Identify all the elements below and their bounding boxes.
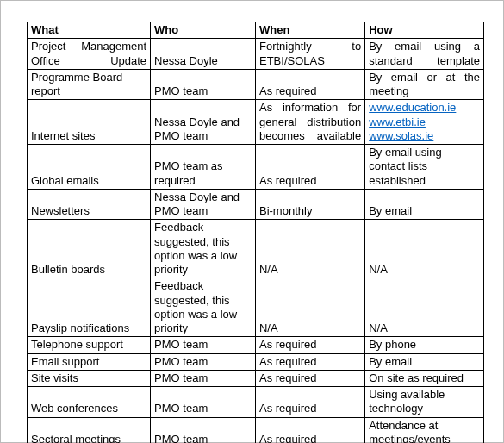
header-what: What xyxy=(28,22,151,39)
table-row: Project Management Office Update Nessa D… xyxy=(28,39,484,70)
header-how: How xyxy=(365,22,484,39)
cell-how: By email or at the meeting xyxy=(365,69,484,100)
cell-when: As required xyxy=(255,145,364,190)
cell-when: As required xyxy=(255,417,364,443)
cell-who: Feedback suggested, this option was a lo… xyxy=(151,278,256,337)
header-when: When xyxy=(255,22,364,39)
cell-who: Nessa Doyle and PMO team xyxy=(151,100,256,145)
header-who: Who xyxy=(151,22,256,39)
cell-how: Using available technology xyxy=(365,387,484,418)
cell-who: PMO team xyxy=(151,387,256,418)
cell-what: Internet sites xyxy=(28,100,151,145)
table-row: Internet sites Nessa Doyle and PMO team … xyxy=(28,100,484,145)
cell-when: As required xyxy=(255,370,364,386)
table-row: Sectoral meetings PMO team As required A… xyxy=(28,417,484,443)
cell-who: PMO team as required xyxy=(151,145,256,190)
cell-what: Programme Board report xyxy=(28,69,151,100)
cell-when: As required xyxy=(255,337,364,353)
cell-who: Feedback suggested, this option was a lo… xyxy=(151,220,256,278)
cell-what: Web conferences xyxy=(28,387,151,418)
cell-what: Global emails xyxy=(28,145,151,190)
cell-how: Attendance at meetings/events xyxy=(365,417,484,443)
cell-when: As required xyxy=(255,69,364,100)
link[interactable]: www.solas.ie xyxy=(369,129,433,142)
table-row: Global emails PMO team as required As re… xyxy=(28,145,484,190)
cell-how: On site as required xyxy=(365,370,484,386)
cell-who: PMO team xyxy=(151,69,256,100)
table-row: Bulletin boards Feedback suggested, this… xyxy=(28,220,484,278)
document-page: What Who When How Project Management Off… xyxy=(0,0,504,443)
table-row: Site visits PMO team As required On site… xyxy=(28,370,484,386)
cell-what: Site visits xyxy=(28,370,151,386)
link[interactable]: www.education.ie xyxy=(369,101,456,114)
cell-who: PMO team xyxy=(151,337,256,353)
table-row: Programme Board report PMO team As requi… xyxy=(28,69,484,100)
table-row: Newsletters Nessa Doyle and PMO team Bi-… xyxy=(28,189,484,220)
cell-what: Email support xyxy=(28,353,151,370)
table-row: Email support PMO team As required By em… xyxy=(28,353,484,370)
cell-how: N/A xyxy=(365,220,484,278)
cell-who: Nessa Doyle and PMO team xyxy=(151,189,256,220)
cell-when: As required xyxy=(255,387,364,418)
link[interactable]: www.etbi.ie xyxy=(369,115,426,128)
cell-when: Fortnightly to ETBI/SOLAS xyxy=(255,39,364,70)
cell-how: By email using contact lists established xyxy=(365,145,484,190)
comms-table: What Who When How Project Management Off… xyxy=(27,22,484,443)
table-row: Web conferences PMO team As required Usi… xyxy=(28,387,484,418)
cell-what: Payslip notifications xyxy=(28,278,151,337)
cell-how: By email xyxy=(365,353,484,370)
cell-who: PMO team xyxy=(151,370,256,386)
table-row: Telephone support PMO team As required B… xyxy=(28,337,484,353)
cell-how: N/A xyxy=(365,278,484,337)
table-row: Payslip notifications Feedback suggested… xyxy=(28,278,484,337)
cell-how: By email using a standard template xyxy=(365,39,484,70)
cell-when: As information for general distribution … xyxy=(255,100,364,145)
cell-when: Bi-monthly xyxy=(255,189,364,220)
cell-how-links: www.education.ie www.etbi.ie www.solas.i… xyxy=(365,100,484,145)
cell-how: By email xyxy=(365,189,484,220)
cell-what: Newsletters xyxy=(28,189,151,220)
cell-what: Project Management Office Update xyxy=(28,39,151,70)
cell-who: Nessa Doyle xyxy=(151,39,256,70)
cell-who: PMO team xyxy=(151,417,256,443)
cell-what: Sectoral meetings xyxy=(28,417,151,443)
cell-when: As required xyxy=(255,353,364,370)
cell-what: Telephone support xyxy=(28,337,151,353)
cell-who: PMO team xyxy=(151,353,256,370)
cell-how: By phone xyxy=(365,337,484,353)
header-row: What Who When How xyxy=(28,22,484,39)
cell-when: N/A xyxy=(255,278,364,337)
cell-when: N/A xyxy=(255,220,364,278)
cell-what: Bulletin boards xyxy=(28,220,151,278)
